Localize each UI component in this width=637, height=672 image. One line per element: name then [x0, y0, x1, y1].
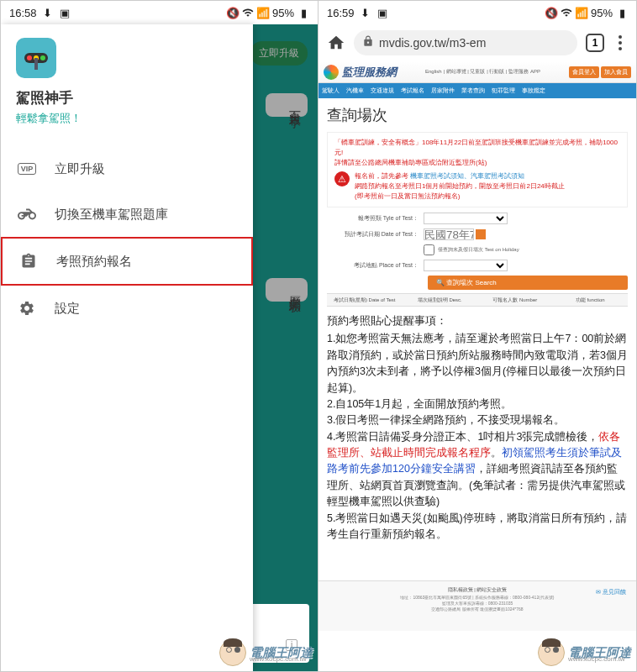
nav-item[interactable]: 事故鑑定 [522, 87, 545, 95]
status-bar-right: 16:59 ⬇ ▣ 🔇 📶 95% ▮ [318, 1, 636, 24]
nav-item[interactable]: 犯罪監理 [492, 87, 515, 95]
app-title: 駕照神手 [16, 88, 238, 108]
menu-switch-bank[interactable]: 切換至機車駕照題庫 [1, 192, 253, 237]
test-type-select[interactable] [424, 213, 508, 224]
signal-icon: 📶 [576, 7, 587, 18]
menu-dots-icon[interactable] [613, 35, 628, 50]
header-links[interactable]: English | 網站導覽 | 兒童版 | 行動版 | 監理服務 APP [425, 68, 540, 76]
wifi-icon [561, 7, 572, 18]
url-bar[interactable]: mvdis.gov.tw/m3-em [354, 30, 577, 55]
app-notification-icon: ▣ [376, 7, 388, 18]
watermark: 電腦王阿達 www.kocpc.com.tw [219, 639, 313, 666]
menu-upgrade[interactable]: VIP 立即升級 [1, 146, 253, 192]
reminder-item: 2.自105年1月起，全面開放預約考照。 [327, 396, 628, 412]
nav-item[interactable]: 汽機車 [346, 87, 364, 95]
status-bar-left: 16:58 ⬇ ▣ 🔇 📶 95% ▮ [1, 1, 318, 24]
lock-icon [362, 35, 374, 50]
page-title: 查詢場次 [318, 98, 636, 132]
watermark: 電腦王阿達 www.kocpc.com.tw [538, 639, 631, 666]
home-icon[interactable] [327, 34, 345, 52]
th-number: 可報名人數 Number [477, 297, 553, 304]
search-form: 報考照類 Tyle of Test： 預計考試日期 Date of Test： … [327, 213, 628, 290]
app-notification-icon: ▣ [59, 7, 71, 18]
menu-label: 考照預約報名 [56, 254, 132, 270]
notice-link[interactable]: 機車駕照考試須知、汽車駕照考試須知 [410, 172, 524, 180]
menu-exam-booking[interactable]: 考照預約報名 [1, 237, 253, 286]
app-subtitle: 輕鬆拿駕照！ [16, 111, 238, 126]
status-time: 16:58 [9, 7, 37, 19]
notice-subsidy: 「轎車駕訓練，安全有概念」108年11月22日前至駕訓班接受機車駕訓練並完成考照… [334, 138, 620, 168]
results-table-header: 考試日期(星期) Date of Test 場次組別說明 Desc. 可報名人數… [327, 293, 628, 307]
clipboard-icon [19, 252, 38, 270]
th-function: 功能 function [553, 297, 629, 304]
reminder-item: 3.假日考照一律採全網路預約，不接受現場報名。 [327, 412, 628, 428]
login-button[interactable]: 會員登入 [569, 66, 599, 78]
menu-label: 切換至機車駕照題庫 [55, 207, 168, 223]
reminder-item: 1.如您考照當天無法應考，請至遲於考照當日上午7：00前於網路取消預約，或於當日… [327, 331, 628, 396]
left-phone-screenshot: 16:58 ⬇ ▣ 🔇 📶 95% ▮ 立即升級 百大殺手 歷史測驗 i 駕 [1, 1, 318, 671]
register-button[interactable]: 加入會員 [601, 66, 631, 78]
download-icon: ⬇ [360, 7, 371, 18]
reminder-item-4: 4.考照當日請備妥身分證正本、1吋相片3張完成體檢後，依各監理所、站截止時間完成… [327, 429, 628, 511]
mute-icon: 🔇 [227, 7, 239, 18]
nav-item[interactable]: 駕駛人 [322, 87, 340, 95]
nav-item[interactable]: 交通違規 [371, 87, 394, 95]
battery-icon: ▮ [616, 7, 628, 18]
battery-percent: 95% [272, 7, 294, 19]
drawer-menu: VIP 立即升級 切換至機車駕照題庫 考照預約報名 設定 [1, 146, 253, 331]
reminder-section: 預約考照貼心提醒事項： 1.如您考照當天無法應考，請至遲於考照當日上午7：00前… [318, 307, 636, 549]
feedback-link[interactable]: ✉ 意見回饋 [596, 588, 626, 596]
vip-icon: VIP [18, 160, 36, 178]
site-header: 監理服務網 English | 網站導覽 | 兒童版 | 行動版 | 監理服務 … [318, 61, 636, 83]
site-nav: 駕駛人 汽機車 交通違規 考試報名 居家附件 業者查詢 犯罪監理 事故鑑定 [318, 83, 636, 98]
mute-icon: 🔇 [545, 7, 557, 18]
wifi-icon [242, 7, 254, 18]
test-place-select[interactable] [424, 260, 508, 271]
tab-switcher[interactable]: 1 [586, 34, 604, 52]
nav-item[interactable]: 業者查詢 [461, 87, 485, 95]
app-icon [16, 38, 56, 78]
status-time: 16:59 [327, 7, 355, 19]
menu-label: 設定 [55, 301, 80, 317]
watermark-url: www.kocpc.com.tw [568, 655, 625, 663]
download-icon: ⬇ [42, 7, 54, 18]
right-phone-screenshot: 16:59 ⬇ ▣ 🔇 📶 95% ▮ mvdis.gov.tw/m3-em 1 [318, 1, 636, 671]
signal-icon: 📶 [257, 7, 269, 18]
search-icon: 🔍 [436, 279, 445, 286]
navigation-drawer: 駕照神手 輕鬆拿駕照！ VIP 立即升級 切換至機車駕照題庫 考照預約報名 [1, 24, 253, 671]
calendar-icon[interactable] [476, 229, 486, 239]
motorcycle-icon [18, 205, 36, 223]
webpage-content: 監理服務網 English | 網站導覽 | 兒童版 | 行動版 | 監理服務 … [318, 61, 636, 671]
form-label-date: 預計考試日期 Date of Test： [327, 230, 424, 239]
th-desc: 場次組別說明 Desc. [403, 297, 478, 304]
nav-item[interactable]: 考試報名 [401, 87, 424, 95]
form-label-type: 報考照類 Tyle of Test： [327, 214, 424, 223]
notice-deadline: 網路預約報名至考照日1個月前開始預約，開放至考照日前2日24時截止 (即考照前一… [355, 181, 565, 202]
notice-links-row: 報名前，請先參考 機車駕照考試須知、汽車駕照考試須知 [355, 171, 565, 181]
nav-item[interactable]: 居家附件 [431, 87, 455, 95]
battery-icon: ▮ [297, 7, 309, 18]
menu-label: 立即升級 [55, 161, 105, 177]
reminder-title: 預約考照貼心提醒事項： [327, 313, 628, 329]
logo-text: 監理服務網 [342, 65, 397, 80]
battery-percent: 95% [591, 7, 613, 19]
site-logo[interactable]: 監理服務網 [324, 65, 397, 80]
browser-toolbar: mvdis.gov.tw/m3-em 1 [318, 24, 636, 61]
warning-icon: ⚠ [334, 171, 350, 186]
footer-links[interactable]: 隠私權政策 | 網站安全政策 [324, 586, 631, 593]
menu-settings[interactable]: 設定 [1, 286, 253, 331]
drawer-header: 駕照神手 輕鬆拿駕照！ [1, 24, 253, 138]
site-footer: 隠私權政策 | 網站安全政策 地址：10863臺北市萬華區東園街65號 | 系統… [318, 580, 636, 631]
search-button[interactable]: 🔍 查詢場次 Search [428, 276, 628, 290]
gear-icon [18, 299, 36, 318]
watermark-url: www.kocpc.com.tw [250, 655, 307, 663]
notice-box: 「轎車駕訓練，安全有概念」108年11月22日前至駕訓班接受機車駕訓練並完成考照… [327, 132, 628, 207]
url-text: mvdis.gov.tw/m3-em [379, 36, 486, 50]
th-date: 考試日期(星期) Date of Test [327, 297, 403, 304]
test-date-input[interactable] [424, 228, 474, 240]
logo-icon [324, 65, 339, 80]
form-label-place: 考試地點 Place of Test： [327, 261, 424, 270]
reminder-item: 5.考照當日如遇天災(如颱風)停班時，將取消當日所有預約，請考生自行重新預約報名… [327, 511, 628, 543]
holiday-label: 僅查詢末及假日場次 Test on Holiday [438, 246, 519, 254]
holiday-checkbox[interactable] [424, 244, 434, 255]
